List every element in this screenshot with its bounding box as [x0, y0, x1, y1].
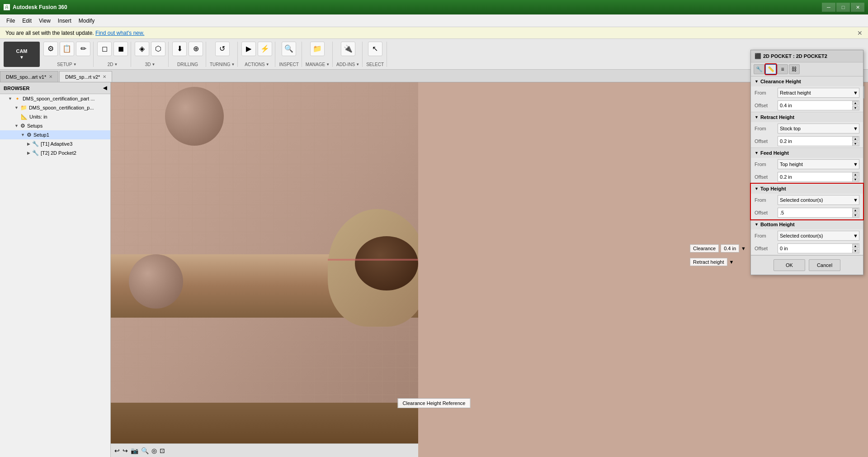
close-button[interactable]: ✕ — [851, 3, 864, 12]
tree-item-part[interactable]: ▼ 📁 DMS_spoon_certification_p... — [0, 103, 110, 112]
tree-item-units[interactable]: 📐 Units: in — [0, 112, 110, 121]
undo-icon[interactable]: ↩ — [114, 447, 120, 454]
update-link[interactable]: Find out what's new. — [95, 30, 144, 36]
actions-icon-1[interactable]: ▶ — [241, 42, 256, 56]
retract-offset-input[interactable]: 0.2 in ▲ ▼ — [778, 136, 859, 146]
inspect-icon-1[interactable]: 🔍 — [282, 42, 296, 56]
menu-insert[interactable]: Insert — [55, 17, 74, 25]
bottom-spin-up[interactable]: ▲ — [852, 244, 859, 248]
addins-label[interactable]: ADD-INS▼ — [336, 62, 359, 67]
cancel-button[interactable]: Cancel — [809, 259, 840, 271]
feed-offset-input[interactable]: 0.2 in ▲ ▼ — [778, 172, 859, 182]
minimize-button[interactable]: ─ — [822, 3, 835, 12]
dialog-icon: ⬛ — [755, 53, 761, 59]
tree-item-t2[interactable]: ▶ 🔧 [T2] 2D Pocket2 — [0, 148, 110, 157]
actions-icons: ▶ ⚡ — [241, 42, 272, 56]
turning-icon-1[interactable]: ↺ — [215, 42, 230, 56]
top-spin-up[interactable]: ▲ — [852, 208, 859, 213]
setup-label[interactable]: SETUP▼ — [57, 62, 76, 67]
bottom-from-select[interactable]: Selected contour(s) ▼ — [778, 231, 859, 241]
dialog-tab-tool[interactable]: 🔧 — [754, 64, 764, 74]
3d-icon-2[interactable]: ⬡ — [151, 42, 165, 56]
menu-modify[interactable]: Modify — [76, 17, 97, 25]
bottom-offset-spinner[interactable]: ▲ ▼ — [852, 244, 859, 253]
3d-icon-1[interactable]: ◈ — [135, 42, 149, 56]
top-offset-spinner[interactable]: ▲ ▼ — [852, 208, 859, 218]
feed-from-select[interactable]: Top height ▼ — [778, 159, 859, 169]
menu-edit[interactable]: Edit — [19, 17, 34, 25]
retract-from-select[interactable]: Stock top ▼ — [778, 124, 859, 133]
close-update-button[interactable]: ✕ — [857, 29, 863, 37]
camera-icon[interactable]: 📷 — [131, 447, 138, 454]
dialog-tab-linking[interactable]: ⛓ — [789, 64, 800, 74]
top-offset-input[interactable]: .5 ▲ ▼ — [778, 208, 859, 218]
feed-offset-spinner[interactable]: ▲ ▼ — [852, 172, 859, 182]
setup-icon-1[interactable]: ⚙ — [43, 42, 58, 56]
feed-spin-up[interactable]: ▲ — [852, 172, 859, 177]
2d-label[interactable]: 2D▼ — [108, 62, 118, 67]
tab-1-close[interactable]: ✕ — [103, 74, 106, 79]
tree-item-setup1[interactable]: ▼ ⚙ Setup1 — [0, 130, 110, 139]
3d-label[interactable]: 3D▼ — [145, 62, 156, 67]
drilling-label[interactable]: DRILLING — [177, 62, 198, 67]
feed-height-arrow: ▼ — [755, 151, 759, 155]
actions-label[interactable]: ACTIONS▼ — [245, 62, 269, 67]
clearance-from-select[interactable]: Retract height ▼ — [778, 88, 859, 98]
orbit-icon[interactable]: ◎ — [151, 447, 157, 454]
bottom-from-label: From — [755, 233, 775, 238]
feed-height-header[interactable]: ▼ Feed Height — [751, 148, 863, 158]
setup-icon-2[interactable]: 📋 — [60, 42, 74, 56]
bottom-height-header[interactable]: ▼ Bottom Height — [751, 219, 863, 229]
dialog-tab-passes[interactable]: ≡ — [777, 64, 788, 74]
2d-icon-2[interactable]: ◼ — [113, 42, 128, 56]
tree-item-root[interactable]: ▼ 🔸 DMS_spoon_certification_part ... — [0, 94, 110, 103]
select-label[interactable]: SELECT — [366, 62, 384, 67]
cam-button[interactable]: CAM ▼ — [4, 42, 40, 67]
sidebar-collapse[interactable]: ◀ — [103, 85, 107, 91]
actions-icon-2[interactable]: ⚡ — [258, 42, 272, 56]
tree-item-setups[interactable]: ▼ ⚙ Setups — [0, 121, 110, 130]
ok-button[interactable]: OK — [774, 259, 805, 271]
select-icon-1[interactable]: ↖ — [368, 42, 382, 56]
clearance-offset-spinner[interactable]: ▲ ▼ — [852, 101, 859, 110]
tree-item-t1[interactable]: ▶ 🔧 [T1] Adaptive3 — [0, 139, 110, 148]
tab-0-close[interactable]: ✕ — [49, 74, 52, 79]
dialog-tab-heights[interactable]: 📏 — [765, 64, 776, 74]
top-spin-down[interactable]: ▼ — [852, 213, 859, 218]
menu-file[interactable]: File — [4, 17, 18, 25]
feed-spin-down[interactable]: ▼ — [852, 177, 859, 182]
clearance-spin-down[interactable]: ▼ — [852, 106, 859, 110]
top-offset-row: Offset .5 ▲ ▼ — [751, 206, 863, 219]
top-height-header[interactable]: ▼ Top Height — [751, 184, 863, 194]
titlebar-controls[interactable]: ─ □ ✕ — [822, 3, 864, 12]
bottom-height-section: ▼ Bottom Height From Selected contour(s)… — [751, 219, 863, 255]
dialog-buttons: OK Cancel — [751, 255, 863, 275]
manage-icon-1[interactable]: 📁 — [310, 42, 325, 56]
tab-0[interactable]: DMS_spo...art v1* ✕ — [0, 71, 58, 82]
drilling-icon-1[interactable]: ⬇ — [172, 42, 187, 56]
retract-spin-down[interactable]: ▼ — [852, 142, 859, 146]
2d-icon-1[interactable]: ◻ — [97, 42, 112, 56]
menu-view[interactable]: View — [36, 17, 53, 25]
bottom-offset-input[interactable]: 0 in ▲ ▼ — [778, 243, 859, 253]
bottom-height-label: Bottom Height — [760, 222, 795, 227]
retract-offset-spinner[interactable]: ▲ ▼ — [852, 137, 859, 146]
turning-label[interactable]: TURNING▼ — [210, 62, 235, 67]
drilling-icon-2[interactable]: ⊕ — [189, 42, 203, 56]
manage-label[interactable]: MANAGE▼ — [306, 62, 330, 67]
clearance-offset-input[interactable]: 0.4 in ▲ ▼ — [778, 100, 859, 110]
setup-icon-3[interactable]: ✏ — [76, 42, 90, 56]
top-from-select[interactable]: Selected contour(s) ▼ — [778, 195, 859, 205]
tab-1[interactable]: DMS_sp...rt v2* ✕ — [59, 71, 112, 82]
redo-icon[interactable]: ↪ — [123, 447, 128, 454]
retract-spin-up[interactable]: ▲ — [852, 137, 859, 141]
addins-icon-1[interactable]: 🔌 — [341, 42, 355, 56]
zoom-icon[interactable]: 🔍 — [141, 447, 149, 454]
maximize-button[interactable]: □ — [836, 3, 850, 12]
clearance-spin-up[interactable]: ▲ — [852, 101, 859, 105]
inspect-label[interactable]: INSPECT — [279, 62, 298, 67]
pan-icon[interactable]: ⊡ — [160, 447, 165, 454]
retract-height-header[interactable]: ▼ Retract Height — [751, 112, 863, 122]
clearance-height-header[interactable]: ▼ Clearance Height — [751, 76, 863, 86]
bottom-spin-down[interactable]: ▼ — [852, 249, 859, 253]
